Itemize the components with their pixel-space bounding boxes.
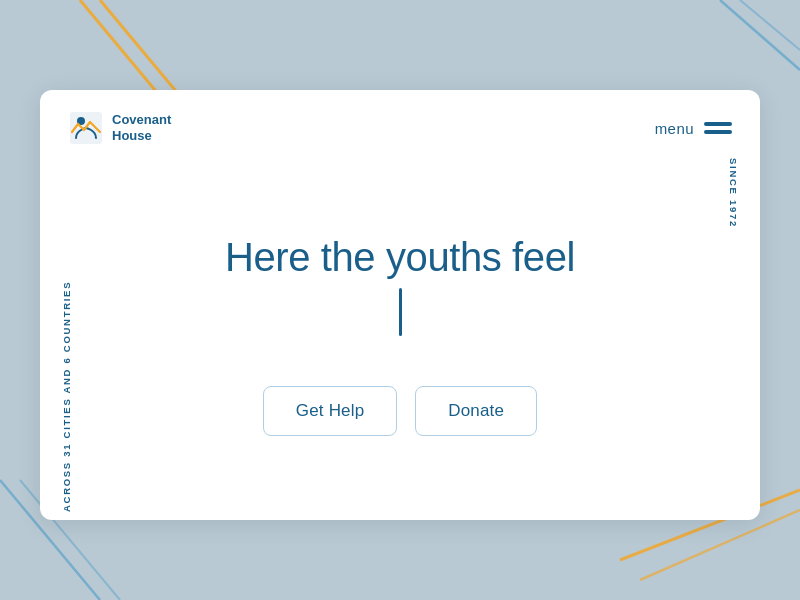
card-body: ACROSS 31 CITIES AND 6 COUNTRIES SINCE 1… — [40, 158, 760, 512]
main-content: Here the youths feel Get Help Donate — [110, 158, 690, 512]
donate-button[interactable]: Donate — [415, 386, 537, 436]
headline-text: Here the youths feel — [225, 235, 575, 279]
right-vertical-text: SINCE 1972 — [729, 158, 739, 512]
left-vertical-text: ACROSS 31 CITIES AND 6 COUNTRIES — [62, 158, 72, 512]
logo-icon — [68, 110, 104, 146]
get-help-button[interactable]: Get Help — [263, 386, 397, 436]
buttons-row: Get Help Donate — [263, 386, 537, 436]
headline: Here the youths feel — [225, 234, 575, 280]
logo-area: Covenant House — [68, 110, 171, 146]
svg-line-6 — [640, 510, 800, 580]
card-header: Covenant House menu — [40, 90, 760, 158]
logo-text: Covenant House — [112, 112, 171, 143]
main-card: Covenant House menu ACROSS 31 CITIES AND… — [40, 90, 760, 520]
svg-line-7 — [740, 0, 800, 50]
svg-line-2 — [720, 0, 800, 70]
hamburger-icon[interactable] — [704, 122, 732, 134]
text-cursor — [399, 288, 402, 336]
menu-area[interactable]: menu — [655, 120, 732, 137]
menu-label: menu — [655, 120, 694, 137]
